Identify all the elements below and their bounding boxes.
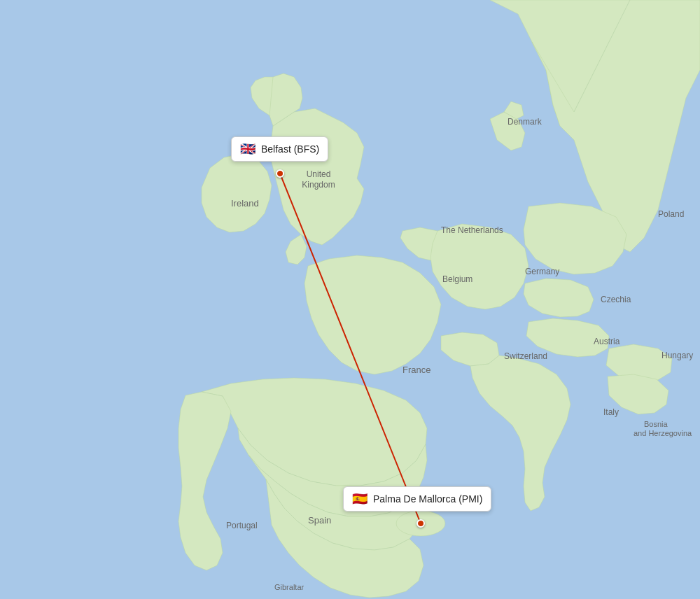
label-austria: Austria bbox=[594, 337, 620, 346]
palma-marker bbox=[416, 519, 425, 528]
label-spain: Spain bbox=[308, 515, 331, 526]
label-hungary: Hungary bbox=[662, 351, 693, 360]
label-italy: Italy bbox=[603, 407, 619, 417]
label-poland: Poland bbox=[658, 209, 684, 219]
label-czechia: Czechia bbox=[601, 295, 631, 304]
label-portugal: Portugal bbox=[226, 521, 258, 530]
map-svg: Ireland United Kingdom Denmark The Nethe… bbox=[0, 0, 700, 599]
label-bosnia-2: and Herzegovina bbox=[634, 429, 692, 437]
map-container: Ireland United Kingdom Denmark The Nethe… bbox=[0, 0, 700, 599]
label-gibraltar: Gibraltar bbox=[274, 583, 304, 591]
label-germany: Germany bbox=[525, 267, 559, 276]
label-ireland: Ireland bbox=[231, 198, 259, 209]
label-belgium: Belgium bbox=[442, 274, 472, 284]
label-uk-1: United bbox=[307, 169, 331, 179]
label-uk-2: Kingdom bbox=[302, 180, 335, 190]
label-denmark: Denmark bbox=[507, 117, 542, 127]
label-france: France bbox=[402, 365, 430, 375]
label-bosnia-1: Bosnia bbox=[644, 420, 668, 428]
label-switzerland: Switzerland bbox=[504, 351, 547, 361]
belfast-marker bbox=[276, 169, 284, 178]
label-netherlands: The Netherlands bbox=[441, 225, 503, 235]
